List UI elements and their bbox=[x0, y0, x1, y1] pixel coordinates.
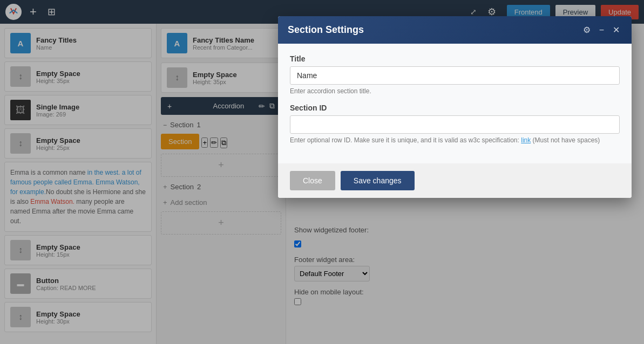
modal-overlay: Section Settings ⚙ − ✕ Title Enter accor… bbox=[0, 0, 644, 344]
section-settings-modal: Section Settings ⚙ − ✕ Title Enter accor… bbox=[278, 16, 632, 198]
title-form-group: Title Enter accordion section title. bbox=[290, 54, 620, 95]
section-id-link[interactable]: link bbox=[521, 136, 531, 144]
section-id-form-group: Section ID Enter optional row ID. Make s… bbox=[290, 104, 620, 144]
modal-body: Title Enter accordion section title. Sec… bbox=[278, 44, 632, 163]
title-label: Title bbox=[290, 54, 620, 63]
modal-header: Section Settings ⚙ − ✕ bbox=[278, 16, 632, 44]
modal-minimize-icon[interactable]: − bbox=[597, 24, 606, 36]
modal-footer: Close Save changes bbox=[278, 163, 632, 198]
modal-title: Section Settings bbox=[288, 24, 364, 36]
title-hint: Enter accordion section title. bbox=[290, 87, 620, 95]
section-id-hint: Enter optional row ID. Make sure it is u… bbox=[290, 136, 620, 144]
section-id-input[interactable] bbox=[290, 115, 620, 134]
save-changes-button[interactable]: Save changes bbox=[341, 171, 415, 190]
title-input[interactable] bbox=[290, 66, 620, 85]
section-id-label: Section ID bbox=[290, 104, 620, 112]
modal-close-icon[interactable]: ✕ bbox=[611, 24, 622, 36]
modal-header-icons: ⚙ − ✕ bbox=[581, 24, 622, 36]
close-button[interactable]: Close bbox=[290, 171, 335, 190]
modal-settings-icon[interactable]: ⚙ bbox=[581, 24, 593, 36]
